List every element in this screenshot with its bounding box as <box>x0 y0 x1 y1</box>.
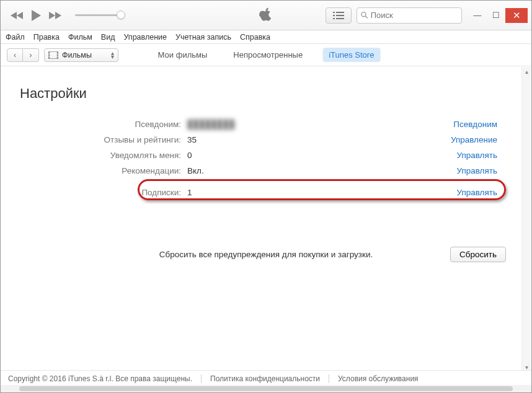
svg-rect-1 <box>336 12 344 13</box>
titlebar: — ☐ ✕ <box>1 1 531 30</box>
svg-point-12 <box>49 52 50 53</box>
row-subscriptions-highlight: Подписки: 1 Управлять <box>20 182 512 200</box>
reset-button[interactable]: Сбросить <box>450 247 506 262</box>
footer-terms-link[interactable]: Условия обслуживания <box>338 374 419 383</box>
svg-rect-2 <box>333 15 335 16</box>
volume-slider[interactable] <box>75 14 121 16</box>
row-recommendations: Рекомендации: Вкл. Управлять <box>20 163 512 179</box>
svg-point-16 <box>57 55 58 55</box>
media-type-selector[interactable]: Фильмы ▴▾ <box>44 48 118 62</box>
link-reviews-manage[interactable]: Управление <box>451 135 512 144</box>
row-notify: Уведомлять меня: 0 Управлять <box>20 148 512 163</box>
svg-rect-0 <box>333 12 335 13</box>
svg-rect-5 <box>336 18 344 19</box>
svg-line-7 <box>365 16 368 19</box>
svg-point-6 <box>361 12 366 17</box>
menu-movie[interactable]: Фильм <box>68 33 92 42</box>
footer-copyright: Copyright © 2016 iTunes S.à r.l. Все пра… <box>8 374 192 383</box>
row-subscriptions: Подписки: 1 Управлять <box>20 185 512 200</box>
footer-privacy-link[interactable]: Политика конфиденциальности <box>210 374 320 383</box>
menu-edit[interactable]: Правка <box>33 33 60 42</box>
nav-buttons: ‹ › <box>7 48 39 62</box>
svg-rect-4 <box>333 18 335 19</box>
play-button[interactable] <box>30 9 42 22</box>
next-track-button[interactable] <box>48 11 61 20</box>
page-title: Настройки <box>20 86 512 102</box>
svg-point-13 <box>49 55 50 55</box>
svg-point-15 <box>57 52 58 53</box>
reset-area: Сбросить все предупреждения для покупки … <box>20 250 512 259</box>
tab-itunes-store[interactable]: iTunes Store <box>322 48 380 62</box>
toolbar: ‹ › Фильмы ▴▾ Мои фильмы Непросмотренные… <box>1 44 531 66</box>
nav-forward-button[interactable]: › <box>23 48 39 62</box>
svg-point-17 <box>57 57 58 58</box>
vertical-scrollbar[interactable]: ▴ ▾ <box>521 67 531 371</box>
menu-controls[interactable]: Управление <box>123 33 167 42</box>
reset-text: Сбросить все предупреждения для покупки … <box>159 250 373 259</box>
link-subscriptions-manage[interactable]: Управлять <box>456 188 512 197</box>
menu-file[interactable]: Файл <box>6 33 25 42</box>
playback-controls <box>4 9 121 22</box>
search-input[interactable] <box>357 7 462 24</box>
svg-rect-3 <box>336 15 344 16</box>
row-reviews: Отзывы и рейтинги: 35 Управление <box>20 132 512 148</box>
close-button[interactable]: ✕ <box>505 8 528 23</box>
list-view-button[interactable] <box>326 7 352 24</box>
content-area: Настройки Псевдоним: ████████ Псевдоним … <box>1 67 531 371</box>
horizontal-scrollbar[interactable] <box>1 385 531 392</box>
link-notify-manage[interactable]: Управлять <box>456 151 512 160</box>
link-reco-manage[interactable]: Управлять <box>456 166 512 175</box>
link-nickname[interactable]: Псевдоним <box>453 120 512 129</box>
footer: Copyright © 2016 iTunes S.à r.l. Все пра… <box>1 370 531 386</box>
maximize-button[interactable]: ☐ <box>487 8 505 23</box>
apple-logo-icon <box>259 6 273 25</box>
search-icon <box>361 11 368 19</box>
window-controls: — ☐ ✕ <box>468 8 528 23</box>
film-icon <box>48 51 58 59</box>
nav-back-button[interactable]: ‹ <box>7 48 23 62</box>
menu-help[interactable]: Справка <box>240 33 270 42</box>
tabs: Мои фильмы Непросмотренные iTunes Store <box>152 48 381 62</box>
scroll-up-icon[interactable]: ▴ <box>522 67 531 76</box>
menubar: Файл Правка Фильм Вид Управление Учетная… <box>1 30 531 44</box>
row-nickname: Псевдоним: ████████ Псевдоним <box>20 117 512 132</box>
settings-rows: Псевдоним: ████████ Псевдоним Отзывы и р… <box>20 117 512 200</box>
media-type-label: Фильмы <box>62 51 92 60</box>
prev-track-button[interactable] <box>11 11 24 20</box>
menu-view[interactable]: Вид <box>101 33 115 42</box>
chevron-updown-icon: ▴▾ <box>111 51 114 59</box>
svg-point-14 <box>49 57 50 58</box>
menu-account[interactable]: Учетная запись <box>175 33 231 42</box>
minimize-button[interactable]: — <box>468 8 487 23</box>
tab-my-movies[interactable]: Мои фильмы <box>152 48 214 62</box>
tab-unwatched[interactable]: Непросмотренные <box>227 48 309 62</box>
